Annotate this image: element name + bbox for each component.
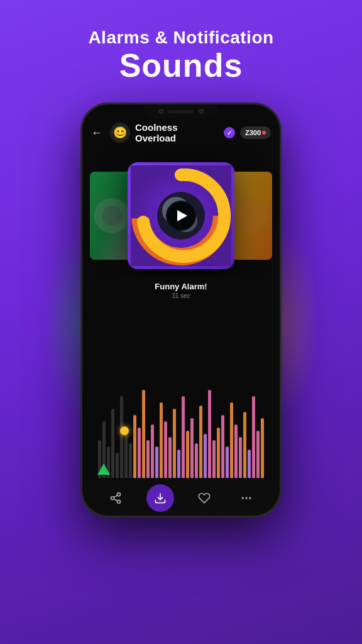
- phone-screen: ← 😊 Coolness Overload ✓ Z300: [82, 104, 280, 516]
- waveform-bar[interactable]: [146, 440, 150, 478]
- waveform-bar[interactable]: [256, 431, 260, 478]
- svg-point-10: [233, 198, 268, 233]
- waveform-bar[interactable]: [199, 406, 202, 478]
- waveform-bar[interactable]: [168, 437, 172, 478]
- play-icon: [177, 210, 187, 221]
- waveform-section: Funny Alarm! 31 sec: [82, 275, 280, 516]
- app-icon: 😊: [110, 123, 130, 143]
- waveform-bar[interactable]: [142, 390, 145, 478]
- waveform-bar[interactable]: [116, 453, 119, 478]
- track-info: Funny Alarm! 31 sec: [155, 282, 207, 299]
- track-name: Funny Alarm!: [155, 282, 207, 291]
- verified-badge: ✓: [224, 127, 235, 138]
- waveform-bar[interactable]: [208, 390, 211, 478]
- waveform-bar[interactable]: [138, 428, 141, 478]
- album-side-right: [228, 172, 272, 260]
- header-title: Sounds: [88, 48, 273, 84]
- waveform-bar[interactable]: [212, 440, 216, 478]
- like-button[interactable]: [193, 487, 216, 509]
- svg-point-12: [111, 497, 114, 500]
- play-button[interactable]: [167, 202, 195, 230]
- back-button[interactable]: ←: [91, 126, 102, 140]
- waveform-bar[interactable]: [248, 450, 251, 478]
- waveform-bar[interactable]: [151, 425, 154, 478]
- waveform-bar[interactable]: [186, 431, 189, 478]
- svg-point-11: [118, 493, 121, 496]
- waveform-bar[interactable]: [133, 415, 136, 478]
- progress-indicator[interactable]: [120, 426, 129, 435]
- phone-speaker: [168, 110, 194, 113]
- waveform-bar[interactable]: [239, 437, 242, 478]
- svg-line-15: [114, 496, 118, 497]
- waveform-bar[interactable]: [230, 402, 233, 478]
- waveform-bar[interactable]: [221, 415, 224, 478]
- track-duration: 31 sec: [155, 292, 207, 299]
- waveform-bar[interactable]: [164, 421, 167, 478]
- coin-indicator: [262, 131, 266, 135]
- phone-frame: ← 😊 Coolness Overload ✓ Z300: [80, 103, 282, 518]
- camera-sensor: [158, 109, 163, 114]
- currency-badge[interactable]: Z300: [240, 126, 271, 139]
- bottom-actions: [82, 480, 280, 516]
- currency-amount: Z300: [245, 129, 261, 136]
- download-button[interactable]: [146, 484, 174, 512]
- waveform-bar[interactable]: [177, 450, 180, 478]
- waveform-bar[interactable]: [120, 396, 123, 478]
- more-button[interactable]: [235, 487, 258, 509]
- waveform-bar[interactable]: [160, 402, 163, 478]
- waveform-bar[interactable]: [155, 447, 158, 478]
- phone-mockup: ← 😊 Coolness Overload ✓ Z300: [80, 103, 282, 518]
- share-button[interactable]: [104, 487, 127, 509]
- bottom-left-play: [95, 460, 112, 478]
- phone-notch: [143, 104, 219, 118]
- waveform-bar[interactable]: [173, 409, 176, 478]
- album-main[interactable]: [128, 162, 234, 269]
- waveform-bar[interactable]: [182, 396, 185, 478]
- waveform-bar[interactable]: [217, 428, 220, 478]
- svg-point-13: [118, 501, 121, 504]
- svg-point-18: [245, 497, 247, 499]
- header-subtitle: Alarms & Notification: [88, 28, 273, 48]
- green-triangle-icon: [97, 464, 110, 475]
- waveform-bar[interactable]: [226, 447, 229, 478]
- waveform-bar[interactable]: [129, 443, 132, 478]
- header-section: Alarms & Notification Sounds: [88, 0, 273, 96]
- waveform-bar[interactable]: [190, 418, 194, 478]
- app-name: Coolness Overload: [135, 122, 219, 143]
- waveform-bar[interactable]: [261, 418, 264, 478]
- album-container: [82, 150, 280, 275]
- waveform-bar[interactable]: [252, 396, 255, 478]
- waveform-bar[interactable]: [124, 434, 128, 478]
- waveform-bar[interactable]: [234, 425, 238, 478]
- waveform-bar[interactable]: [195, 443, 198, 478]
- waveform-bar[interactable]: [204, 434, 207, 478]
- svg-point-19: [249, 497, 251, 499]
- camera-sensor-2: [199, 109, 204, 114]
- svg-point-17: [241, 497, 243, 499]
- svg-point-2: [102, 206, 122, 226]
- svg-line-14: [114, 499, 118, 501]
- waveform-bar[interactable]: [243, 412, 246, 478]
